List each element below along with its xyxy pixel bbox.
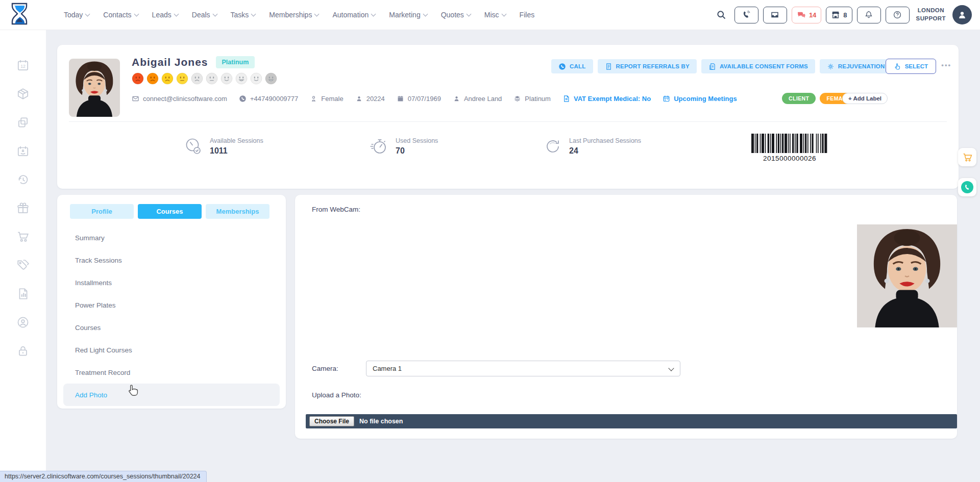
user-circle-icon <box>16 316 30 329</box>
sidebar-icon[interactable] <box>16 116 30 129</box>
profile-nav-card: Profile Courses Memberships Summary Trac… <box>57 195 286 409</box>
clinicsoftware-logo[interactable] <box>10 3 29 27</box>
mood-face-icon[interactable] <box>250 72 262 85</box>
mood-face-icon[interactable] <box>220 72 233 85</box>
document-icon <box>562 95 570 103</box>
calendar-sm-icon <box>397 95 404 103</box>
nav-item[interactable]: Files <box>520 11 535 19</box>
nav-item[interactable]: Contacts <box>103 11 138 19</box>
mail-icon <box>132 95 139 103</box>
icon-sidebar: 12 <box>0 30 46 482</box>
cart-icon <box>16 230 30 243</box>
client-info-item: Platinum <box>513 95 551 103</box>
menu-item[interactable]: Add Photo <box>63 384 280 406</box>
sidebar-icon[interactable] <box>16 230 30 243</box>
nav-item[interactable]: Today <box>64 11 89 19</box>
barcode-bars <box>751 134 828 153</box>
cart-float-button[interactable] <box>958 148 976 166</box>
mood-face-icon[interactable] <box>191 72 203 85</box>
sidebar-icon[interactable] <box>16 287 30 300</box>
mood-face-icon[interactable] <box>132 72 144 85</box>
status-bar-url: https://server2.clinicsoftware.com/cours… <box>0 471 207 482</box>
person-icon <box>453 95 460 103</box>
mood-face-icon[interactable] <box>265 72 277 85</box>
choose-file-button[interactable]: Choose File <box>309 416 354 426</box>
nav-item[interactable]: Misc <box>484 11 506 19</box>
location-label: LONDON SUPPORT <box>916 7 946 22</box>
nav-item[interactable]: Marketing <box>389 11 427 19</box>
help-button[interactable] <box>886 7 910 23</box>
client-info-item: connect@clinicsoftware.com <box>132 95 227 103</box>
sidebar-icon[interactable] <box>16 259 30 272</box>
tab[interactable]: Memberships <box>206 204 270 219</box>
sidebar-icon[interactable] <box>16 144 30 158</box>
messages-count-badge: 14 <box>809 11 816 19</box>
calendar-import-icon <box>16 144 30 158</box>
upload-photo-label: Upload a Photo: <box>312 391 361 399</box>
mood-face-icon[interactable] <box>176 72 188 85</box>
client-info-row: connect@clinicsoftware.com +447490009777… <box>132 92 737 105</box>
orders-button[interactable]: 8 <box>826 7 852 23</box>
action-button[interactable]: AVAILABLE CONSENT FORMS <box>701 59 815 73</box>
help-icon <box>893 10 902 19</box>
chevron-down-icon <box>314 12 320 17</box>
meeting-icon <box>663 95 670 103</box>
menu-item[interactable]: Installments <box>63 271 280 294</box>
package-icon <box>16 87 30 100</box>
sidebar-icon[interactable]: 12 <box>16 59 30 72</box>
nav-item[interactable]: Quotes <box>441 11 471 19</box>
client-info-item: VAT Exempt Medical: No <box>562 95 651 103</box>
nav-item[interactable]: Leads <box>152 11 178 19</box>
chat-icon <box>797 10 806 19</box>
stat-last-purchased-sessions: Last Purchased Sessions 24 <box>543 137 641 156</box>
menu-item[interactable]: Track Sessions <box>63 249 280 271</box>
tab[interactable]: Profile <box>70 204 134 219</box>
call-float-button[interactable] <box>958 178 976 196</box>
menu-item[interactable]: Courses <box>63 316 280 339</box>
notifications-button[interactable] <box>857 7 881 23</box>
client-photo[interactable] <box>69 59 120 117</box>
mood-face-icon[interactable] <box>146 72 159 85</box>
more-actions-button[interactable]: ••• <box>941 61 951 69</box>
inbox-button[interactable] <box>763 7 787 23</box>
client-actions: CALL REPORT REFERRALS BY AVAILABLE CONSE… <box>551 59 936 73</box>
menu-item[interactable]: Red Light Courses <box>63 339 280 361</box>
nav-item[interactable]: Deals <box>192 11 217 19</box>
mood-face-icon[interactable] <box>206 72 218 85</box>
store-icon <box>831 10 840 19</box>
add-label-button[interactable]: + Add Label <box>842 93 888 104</box>
select-button[interactable]: SELECT <box>886 59 936 74</box>
sidebar-icon[interactable] <box>16 87 30 100</box>
nav-item[interactable]: Automation <box>332 11 375 19</box>
sessions-used-icon <box>370 137 389 156</box>
sidebar-icon[interactable] <box>16 201 30 215</box>
chevron-down-icon <box>85 12 90 17</box>
menu-item[interactable]: Treatment Record <box>63 361 280 384</box>
sidebar-icon[interactable] <box>16 344 30 358</box>
user-avatar[interactable] <box>952 5 972 24</box>
sidebar-icon[interactable] <box>16 173 30 186</box>
dialer-button[interactable] <box>734 7 758 23</box>
camera-select[interactable]: Camera 1 <box>366 361 680 376</box>
from-webcam-label: From WebCam: <box>312 206 360 213</box>
tab[interactable]: Courses <box>138 204 202 219</box>
client-info-item: 07/07/1969 <box>397 95 441 103</box>
cart-icon <box>962 152 973 163</box>
tab-bar: Profile Courses Memberships <box>70 204 270 219</box>
search-icon[interactable] <box>714 7 729 22</box>
client-header-card: Abigail Jones Platinum <box>57 45 959 189</box>
report-chart-icon <box>16 287 30 300</box>
menu-item[interactable]: Power Plates <box>63 294 280 316</box>
messages-button[interactable]: 14 <box>792 7 821 23</box>
action-button[interactable]: CALL <box>551 59 593 73</box>
menu-item[interactable]: Summary <box>63 226 280 249</box>
camera-select-wrap: Camera 1 <box>366 361 680 376</box>
nav-item[interactable]: Memberships <box>269 11 318 19</box>
svg-text:12: 12 <box>20 64 26 69</box>
chevron-down-icon <box>466 12 471 17</box>
mood-face-icon[interactable] <box>161 72 174 85</box>
nav-item[interactable]: Tasks <box>231 11 256 19</box>
mood-face-icon[interactable] <box>235 72 248 85</box>
sidebar-icon[interactable] <box>16 316 30 329</box>
action-button[interactable]: REPORT REFERRALS BY <box>598 59 697 73</box>
